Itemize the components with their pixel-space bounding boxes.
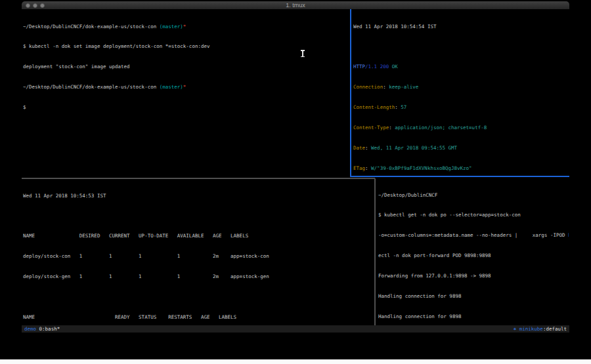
deployments-row: deploy/stock-con 1 1 1 1 2m app=stock-co… xyxy=(23,253,374,260)
http-header-line: Content-Type: application/json; charset=… xyxy=(353,125,569,131)
git-branch: (master) xyxy=(160,24,183,30)
output-line: Handling connection for 9898 xyxy=(378,313,569,320)
timestamp: Wed 11 Apr 2018 10:54:53 IST xyxy=(23,193,374,199)
prompt-line: ~/Desktop/DublinCNCF xyxy=(378,192,569,199)
page-background-strip xyxy=(0,359,591,364)
http-status-line: HTTP/1.1 200 OK xyxy=(353,64,569,70)
pane-bottom-left[interactable]: Wed 11 Apr 2018 10:54:53 IST NAME DESIRE… xyxy=(23,179,374,324)
blank-line xyxy=(353,43,569,50)
command-line: $ kubectl -n dok set image deployment/st… xyxy=(23,43,349,50)
blank-line xyxy=(23,294,374,300)
command-line: -o=custom-columns=:metadata.name --no-he… xyxy=(378,232,569,239)
kube-namespace: default xyxy=(546,326,567,332)
http-header-line: Content-Length: 57 xyxy=(353,104,569,111)
window-title: 1. tmux xyxy=(22,1,569,9)
git-branch: (master) xyxy=(160,84,183,90)
prompt-line: ~/Desktop/DublinCNCF/dok-example-us/stoc… xyxy=(23,84,349,91)
session-name: demo xyxy=(24,326,36,332)
terminal-screen: 1. tmux ~/Desktop/DublinCNCF/dok-example… xyxy=(0,0,591,359)
kube-helm-icon: ⎈ xyxy=(514,326,519,332)
pane-divider-horizontal-right[interactable] xyxy=(350,176,569,177)
prompt-line: ~/Desktop/DublinCNCF/dok-example-us/stoc… xyxy=(23,24,349,30)
window-label[interactable]: 0:bash* xyxy=(39,326,60,332)
close-button[interactable] xyxy=(26,3,30,8)
git-dirty-flag: * xyxy=(183,24,186,30)
traffic-lights xyxy=(26,3,45,8)
output-line: Handling connection for 9898 xyxy=(378,293,569,300)
mouse-ibeam-pointer xyxy=(301,50,305,57)
tmux-status-bar: demo 0:bash* ⎈ minikube:default xyxy=(22,325,569,333)
minimize-button[interactable] xyxy=(33,3,37,8)
http-keyword: HTTP xyxy=(353,64,365,70)
window-titlebar: 1. tmux xyxy=(22,1,569,9)
zoom-button[interactable] xyxy=(40,3,45,8)
timestamp: Wed 11 Apr 2018 10:54:54 IST xyxy=(353,24,569,30)
pane-divider-vertical-bottom[interactable] xyxy=(374,178,376,325)
prompt-line: $ xyxy=(23,104,349,111)
pane-divider-vertical-top[interactable] xyxy=(350,9,351,176)
output-line: deployment "stock-con" image updated xyxy=(23,64,349,70)
deployments-row: deploy/stock-gen 1 1 1 1 2m app=stock-ge… xyxy=(23,273,374,280)
prompt-path: ~/Desktop/DublinCNCF/dok-example-us/stoc… xyxy=(23,24,160,30)
pane-bottom-right[interactable]: ~/Desktop/DublinCNCF $ kubectl get -n do… xyxy=(378,178,569,324)
kube-cluster: minikube xyxy=(519,326,543,332)
command-line: ectl -n dok port-forward POD 9898:9898 xyxy=(378,253,569,259)
git-dirty-flag: * xyxy=(183,84,186,90)
http-header-line: Connection: keep-alive xyxy=(353,84,569,91)
http-version: /1.1 200 xyxy=(365,64,392,70)
pane-top-left[interactable]: ~/Desktop/DublinCNCF/dok-example-us/stoc… xyxy=(23,10,349,176)
command-line: $ kubectl get -n dok po --selector=app=s… xyxy=(378,212,569,218)
deployments-header: NAME DESIRED CURRENT UP-TO-DATE AVAILABL… xyxy=(23,233,374,239)
pane-divider-horizontal-left[interactable] xyxy=(22,178,375,179)
output-line: Forwarding from 127.0.0.1:9898 -> 9898 xyxy=(378,273,569,279)
blank-line xyxy=(23,212,374,219)
http-header-line: Date: Wed, 11 Apr 2018 09:54:55 GMT xyxy=(353,145,569,152)
http-header-line: ETag: W/"39-0xBPf9aF1dXVNkhsxoBQgJ8vKzo" xyxy=(353,165,569,172)
status-right: ⎈ minikube:default xyxy=(514,325,567,333)
pods-header: NAME READY STATUS RESTARTS AGE LABELS xyxy=(23,314,374,321)
pane-top-right[interactable]: Wed 11 Apr 2018 10:54:54 IST HTTP/1.1 20… xyxy=(353,10,569,174)
http-reason: OK xyxy=(392,64,398,70)
prompt-path: ~/Desktop/DublinCNCF/dok-example-us/stoc… xyxy=(23,84,160,90)
status-left: demo 0:bash* xyxy=(24,325,60,333)
